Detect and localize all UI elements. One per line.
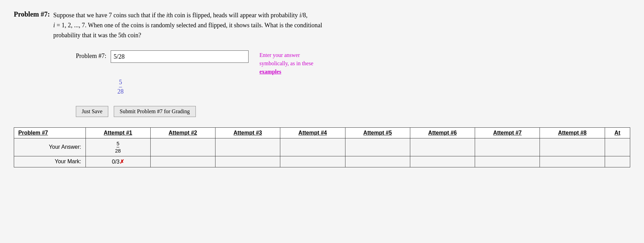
examples-link[interactable]: examples [260,69,281,75]
submit-button[interactable]: Submit Problem #7 for Grading [114,106,196,117]
attempt5-mark-cell [345,156,410,167]
attempt5-answer-cell [345,138,410,156]
problem-inline-label: Problem #7: [76,52,107,60]
attempt3-mark-cell [215,156,280,167]
attempt3-answer-cell [215,138,280,156]
attempt9-answer-cell [605,138,630,156]
attempt6-answer-cell [410,138,475,156]
th-attempt9: At [605,127,630,138]
attempt4-answer-cell [280,138,345,156]
fraction-display: 5 28 [118,79,124,95]
attempt1-mark-cell: 0/3✗ [85,156,150,167]
problem-label: Problem #7: [14,10,50,18]
table-header-row: Problem #7 Attempt #1 Attempt #2 Attempt… [14,127,630,138]
attempt8-answer-cell [540,138,605,156]
hint-container: Enter your answer symbolically, as in th… [253,50,313,76]
attempt1-mark-score: 0/3 [112,159,120,165]
th-attempt8[interactable]: Attempt #8 [540,127,605,138]
attempt7-mark-cell [475,156,540,167]
attempt2-answer-cell [150,138,215,156]
th-attempt6[interactable]: Attempt #6 [410,127,475,138]
your-answer-label: Your Answer: [14,138,86,156]
answer-hint-text: Enter your answer symbolically, as in th… [260,51,313,76]
attempt6-mark-cell [410,156,475,167]
your-mark-label: Your Mark: [14,156,86,167]
th-attempt2[interactable]: Attempt #2 [150,127,215,138]
th-problem: Problem #7 [14,127,86,138]
attempt1-answer-cell: 5 28 [85,138,150,156]
problem-statement: Problem #7: Suppose that we have 7 coins… [14,10,630,40]
fraction-denominator: 28 [118,87,124,96]
attempt1-num: 5 [117,140,119,147]
buttons-row: Just Save Submit Problem #7 for Grading [76,106,630,117]
attempt7-answer-cell [475,138,540,156]
th-attempt7[interactable]: Attempt #7 [475,127,540,138]
fraction-numerator: 5 [119,79,122,87]
just-save-button[interactable]: Just Save [76,106,108,117]
attempt2-mark-cell [150,156,215,167]
th-attempt3[interactable]: Attempt #3 [215,127,280,138]
answer-row: Problem #7: Enter your answer symbolical… [76,50,630,95]
th-attempt4[interactable]: Attempt #4 [280,127,345,138]
attempt4-mark-cell [280,156,345,167]
answer-section: Problem #7: Enter your answer symbolical… [76,50,630,95]
table-row-answer: Your Answer: 5 28 [14,138,630,156]
attempt8-mark-cell [540,156,605,167]
problem-text: Suppose that we have 7 coins such that i… [53,10,322,40]
th-attempt1[interactable]: Attempt #1 [85,127,150,138]
attempt1-den: 28 [115,147,121,154]
attempt1-fraction: 5 28 [115,140,121,154]
attempt1-mark-x: ✗ [120,159,124,165]
attempts-table: Problem #7 Attempt #1 Attempt #2 Attempt… [14,127,630,167]
answer-input-container: Enter your answer symbolically, as in th… [111,50,313,95]
attempt9-mark-cell [605,156,630,167]
answer-input[interactable] [111,50,249,63]
th-attempt5[interactable]: Attempt #5 [345,127,410,138]
table-row-mark: Your Mark: 0/3✗ [14,156,630,167]
